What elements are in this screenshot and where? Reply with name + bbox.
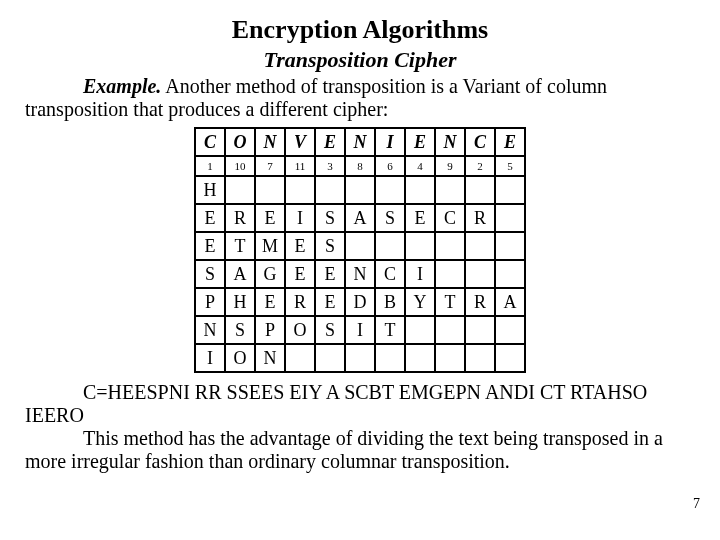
table-cell: I [285, 204, 315, 232]
key-cell: C [195, 128, 225, 156]
table-cell: O [225, 344, 255, 372]
table-cell [435, 176, 465, 204]
num-cell: 11 [285, 156, 315, 176]
table-cell: E [285, 232, 315, 260]
table-cell: R [225, 204, 255, 232]
key-cell: N [255, 128, 285, 156]
table-cell [375, 232, 405, 260]
table-row: ION [195, 344, 525, 372]
table-cell: M [255, 232, 285, 260]
table-cell: G [255, 260, 285, 288]
table-cell: S [315, 204, 345, 232]
key-cell: E [315, 128, 345, 156]
table-cell [465, 176, 495, 204]
table-cell [405, 176, 435, 204]
table-cell [345, 232, 375, 260]
table-cell: P [255, 316, 285, 344]
table-cell [255, 176, 285, 204]
table-cell [315, 176, 345, 204]
table-cell: R [465, 288, 495, 316]
table-cell [435, 344, 465, 372]
table-row: PHEREDBYTRA [195, 288, 525, 316]
table-cell [225, 176, 255, 204]
num-cell: 4 [405, 156, 435, 176]
table-cell: I [195, 344, 225, 372]
table-cell: R [465, 204, 495, 232]
table-cell: T [375, 316, 405, 344]
table-cell: I [345, 316, 375, 344]
table-cell: E [195, 232, 225, 260]
intro-paragraph: Example. Another method of transposition… [25, 75, 695, 121]
table-cell: I [405, 260, 435, 288]
table-cell: E [255, 204, 285, 232]
num-cell: 2 [465, 156, 495, 176]
table-cell: A [495, 288, 525, 316]
table-cell [345, 176, 375, 204]
table-cell: E [315, 288, 345, 316]
table-cell [465, 232, 495, 260]
table-cell: S [225, 316, 255, 344]
table-cell [345, 344, 375, 372]
table-cell: S [375, 204, 405, 232]
number-row: 1 10 7 11 3 8 6 4 9 2 5 [195, 156, 525, 176]
table-cell [495, 260, 525, 288]
table-cell [495, 316, 525, 344]
table-cell [375, 344, 405, 372]
table-cell [405, 232, 435, 260]
table-cell [405, 316, 435, 344]
table-row: SAGEENCI [195, 260, 525, 288]
table-cell: D [345, 288, 375, 316]
table-cell [465, 344, 495, 372]
conclusion-text: This method has the advantage of dividin… [25, 427, 663, 472]
table-cell: H [225, 288, 255, 316]
num-cell: 3 [315, 156, 345, 176]
table-cell [435, 316, 465, 344]
table-cell: H [195, 176, 225, 204]
table-cell: C [375, 260, 405, 288]
table-cell [285, 176, 315, 204]
cipher-output: C=HEESPNI RR SSEES EIY A SCBT EMGEPN AND… [25, 381, 647, 426]
table-cell [465, 260, 495, 288]
cipher-table-wrap: C O N V E N I E N C E 1 10 7 11 3 8 6 4 … [25, 127, 695, 373]
table-cell: E [285, 260, 315, 288]
table-cell [495, 344, 525, 372]
example-label: Example. [83, 75, 161, 97]
key-cell: V [285, 128, 315, 156]
table-cell [285, 344, 315, 372]
table-cell [405, 344, 435, 372]
num-cell: 9 [435, 156, 465, 176]
key-cell: N [435, 128, 465, 156]
num-cell: 7 [255, 156, 285, 176]
key-cell: O [225, 128, 255, 156]
key-cell: E [495, 128, 525, 156]
table-cell [375, 176, 405, 204]
table-cell: S [315, 232, 345, 260]
table-cell: T [225, 232, 255, 260]
table-row: NSPOSIT [195, 316, 525, 344]
key-cell: E [405, 128, 435, 156]
table-cell: S [195, 260, 225, 288]
page-subtitle: Transposition Cipher [25, 47, 695, 73]
table-cell: E [195, 204, 225, 232]
table-cell: T [435, 288, 465, 316]
table-cell: N [345, 260, 375, 288]
table-row: EREISASECR [195, 204, 525, 232]
key-cell: I [375, 128, 405, 156]
key-row: C O N V E N I E N C E [195, 128, 525, 156]
table-cell: E [255, 288, 285, 316]
table-cell: N [195, 316, 225, 344]
table-cell: R [285, 288, 315, 316]
table-cell [315, 344, 345, 372]
table-cell [435, 260, 465, 288]
page-number: 7 [693, 496, 700, 512]
num-cell: 8 [345, 156, 375, 176]
num-cell: 5 [495, 156, 525, 176]
table-cell [465, 316, 495, 344]
table-cell [435, 232, 465, 260]
table-cell [495, 232, 525, 260]
table-cell: A [225, 260, 255, 288]
num-cell: 6 [375, 156, 405, 176]
table-cell: C [435, 204, 465, 232]
table-row: ETMES [195, 232, 525, 260]
table-cell [495, 204, 525, 232]
